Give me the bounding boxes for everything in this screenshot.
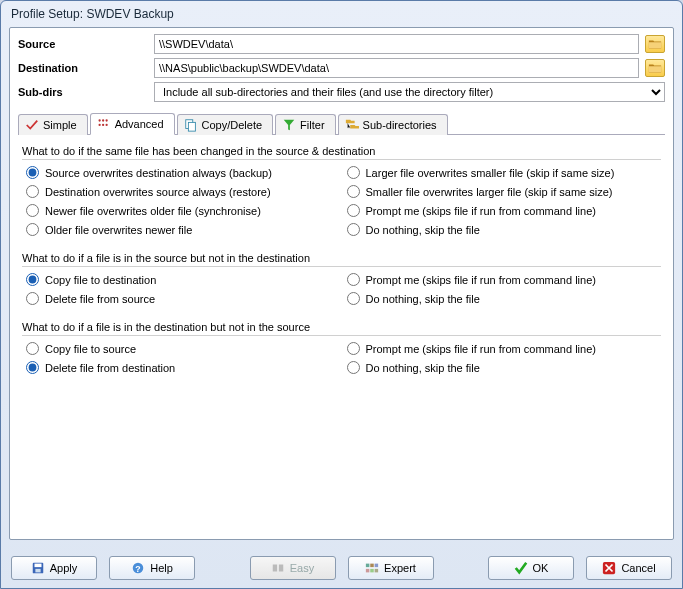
radio[interactable]	[347, 204, 360, 217]
opt-larger-overwrites[interactable]: Larger file overwrites smaller file (ski…	[347, 166, 658, 179]
opt-older-overwrites[interactable]: Older file overwrites newer file	[26, 223, 337, 236]
svg-rect-7	[188, 122, 195, 131]
radio[interactable]	[26, 204, 39, 217]
tab-panel-advanced: What to do if the same file has been cha…	[18, 135, 665, 533]
svg-point-0	[98, 119, 100, 121]
opt-copy-to-source[interactable]: Copy file to source	[26, 342, 337, 355]
radio[interactable]	[347, 223, 360, 236]
radio-label: Destination overwrites source always (re…	[45, 186, 271, 198]
svg-rect-9	[34, 564, 41, 568]
titlebar: Profile Setup: SWDEV Backup	[1, 1, 682, 27]
svg-point-3	[98, 124, 100, 126]
section3-options: Copy file to source Prompt me (skips fil…	[22, 340, 661, 376]
radio-label: Do nothing, skip the file	[366, 293, 480, 305]
opt-prompt-g3[interactable]: Prompt me (skips file if run from comman…	[347, 342, 658, 355]
close-icon	[602, 561, 616, 575]
folder-icon	[648, 61, 662, 75]
check-icon	[514, 561, 528, 575]
easy-icon	[271, 561, 285, 575]
button-label: Apply	[50, 562, 78, 574]
source-row: Source	[18, 34, 665, 54]
ok-button[interactable]: OK	[488, 556, 574, 580]
expert-icon	[365, 561, 379, 575]
radio-label: Prompt me (skips file if run from comman…	[366, 274, 596, 286]
expert-button[interactable]: Expert	[348, 556, 434, 580]
radio[interactable]	[347, 292, 360, 305]
source-input[interactable]	[154, 34, 639, 54]
tab-filter[interactable]: Filter	[275, 114, 335, 135]
radio[interactable]	[26, 223, 39, 236]
button-label: Help	[150, 562, 173, 574]
section2-options: Copy file to destination Prompt me (skip…	[22, 271, 661, 307]
button-label: Easy	[290, 562, 314, 574]
apply-button[interactable]: Apply	[11, 556, 97, 580]
destination-label: Destination	[18, 62, 148, 74]
radio-label: Prompt me (skips file if run from comman…	[366, 205, 596, 217]
tab-simple[interactable]: Simple	[18, 114, 88, 135]
tab-advanced[interactable]: Advanced	[90, 113, 175, 135]
dotted-icon	[97, 117, 111, 131]
radio-label: Delete file from source	[45, 293, 155, 305]
svg-point-2	[105, 119, 107, 121]
button-label: OK	[533, 562, 549, 574]
opt-skip-g2[interactable]: Do nothing, skip the file	[347, 292, 658, 305]
destination-browse-button[interactable]	[645, 59, 665, 77]
svg-rect-10	[35, 569, 40, 573]
tab-copydelete[interactable]: Copy/Delete	[177, 114, 274, 135]
radio[interactable]	[26, 292, 39, 305]
opt-skip-g3[interactable]: Do nothing, skip the file	[347, 361, 658, 374]
destination-row: Destination	[18, 58, 665, 78]
subdirs-row: Sub-dirs Include all sub-directories and…	[18, 82, 665, 102]
easy-button: Easy	[250, 556, 336, 580]
opt-delete-from-source[interactable]: Delete file from source	[26, 292, 337, 305]
tab-label: Advanced	[115, 118, 164, 130]
subdirs-label: Sub-dirs	[18, 86, 148, 98]
save-icon	[31, 561, 45, 575]
radio[interactable]	[347, 166, 360, 179]
copy-icon	[184, 118, 198, 132]
radio[interactable]	[26, 273, 39, 286]
button-label: Expert	[384, 562, 416, 574]
tab-subdirectories[interactable]: Sub-directories	[338, 114, 448, 135]
section3-heading: What to do if a file is in the destinati…	[22, 317, 661, 336]
opt-skip-g1[interactable]: Do nothing, skip the file	[347, 223, 658, 236]
section2-heading: What to do if a file is in the source bu…	[22, 248, 661, 267]
opt-prompt-g2[interactable]: Prompt me (skips file if run from comman…	[347, 273, 658, 286]
svg-rect-16	[370, 564, 374, 568]
subdirs-select[interactable]: Include all sub-directories and their fi…	[154, 82, 665, 102]
opt-delete-from-dest[interactable]: Delete file from destination	[26, 361, 337, 374]
svg-rect-15	[366, 564, 370, 568]
radio[interactable]	[347, 342, 360, 355]
opt-prompt-g1[interactable]: Prompt me (skips file if run from comman…	[347, 204, 658, 217]
svg-rect-17	[375, 564, 379, 568]
radio[interactable]	[347, 361, 360, 374]
radio-label: Copy file to source	[45, 343, 136, 355]
help-button[interactable]: ? Help	[109, 556, 195, 580]
svg-text:?: ?	[136, 564, 141, 574]
radio[interactable]	[347, 273, 360, 286]
source-browse-button[interactable]	[645, 35, 665, 53]
radio[interactable]	[26, 185, 39, 198]
button-label: Cancel	[621, 562, 655, 574]
window-title: Profile Setup: SWDEV Backup	[11, 7, 174, 21]
cancel-button[interactable]: Cancel	[586, 556, 672, 580]
radio[interactable]	[347, 185, 360, 198]
tab-label: Simple	[43, 119, 77, 131]
opt-smaller-overwrites[interactable]: Smaller file overwrites larger file (ski…	[347, 185, 658, 198]
opt-copy-to-dest[interactable]: Copy file to destination	[26, 273, 337, 286]
check-icon	[25, 118, 39, 132]
radio-label: Smaller file overwrites larger file (ski…	[366, 186, 613, 198]
opt-destination-overwrites[interactable]: Destination overwrites source always (re…	[26, 185, 337, 198]
radio[interactable]	[26, 361, 39, 374]
svg-rect-13	[273, 565, 277, 572]
radio[interactable]	[26, 166, 39, 179]
radio[interactable]	[26, 342, 39, 355]
svg-rect-19	[370, 569, 374, 573]
radio-label: Source overwrites destination always (ba…	[45, 167, 272, 179]
radio-label: Do nothing, skip the file	[366, 362, 480, 374]
tab-label: Copy/Delete	[202, 119, 263, 131]
opt-newer-overwrites[interactable]: Newer file overwrites older file (synchr…	[26, 204, 337, 217]
radio-label: Do nothing, skip the file	[366, 224, 480, 236]
opt-source-overwrites[interactable]: Source overwrites destination always (ba…	[26, 166, 337, 179]
destination-input[interactable]	[154, 58, 639, 78]
